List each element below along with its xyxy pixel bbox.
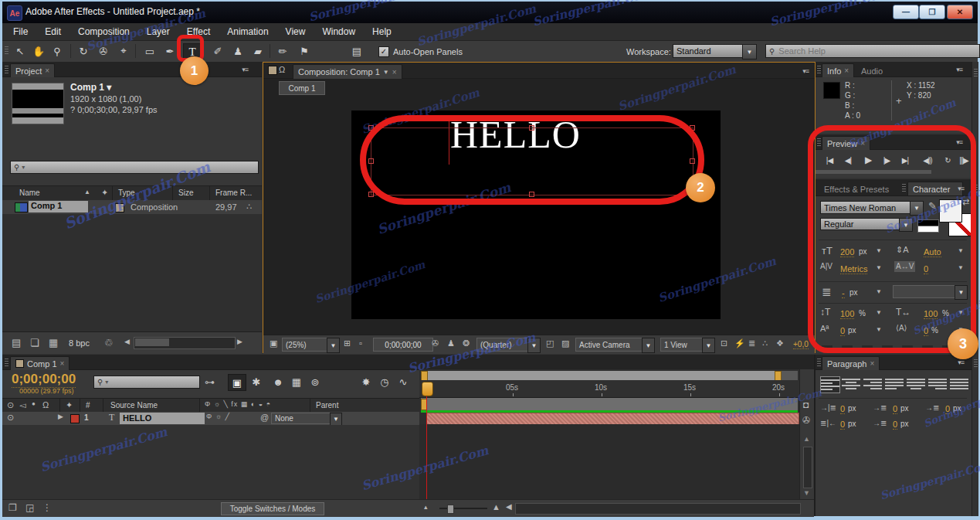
layer-duration-bar[interactable] — [426, 413, 799, 425]
menu-help[interactable]: Help — [372, 26, 392, 37]
tab-composition[interactable]: Composition: Comp 1 ▼ × — [293, 64, 402, 79]
show-channels-icon[interactable]: ❂ — [463, 339, 470, 348]
expand-layer-switches-icon[interactable]: ❐ — [8, 503, 17, 512]
tab-timeline-comp1[interactable]: Comp 1 × — [10, 356, 70, 370]
pan-behind-tool-icon[interactable]: ⌖ — [115, 43, 132, 59]
layer-color-chip[interactable] — [70, 414, 80, 423]
timeline-nav-bar[interactable] — [421, 371, 798, 380]
project-tab-close-icon[interactable]: × — [45, 66, 49, 75]
scroll-up-icon[interactable]: ▲ — [803, 436, 810, 443]
shy-layers-icon[interactable]: ☻ — [270, 374, 287, 389]
playhead-marker[interactable] — [422, 382, 433, 396]
brainstorm-icon[interactable]: ✸ — [358, 374, 375, 389]
zoom-tool-icon[interactable]: ⚲ — [49, 43, 66, 59]
live-update-icon[interactable]: ▣ — [228, 374, 246, 391]
menu-file[interactable]: File — [13, 26, 28, 37]
interpret-footage-icon[interactable]: ▤ — [12, 338, 21, 348]
solo-icon[interactable]: ● — [32, 401, 36, 407]
layer-switches-icons[interactable]: Φ ☼ ╱ — [206, 413, 230, 420]
view-layout-dropdown[interactable]: 1 View — [660, 338, 708, 352]
workspace-dropdown-arrow[interactable]: ▼ — [742, 44, 757, 59]
project-panel-menu-icon[interactable]: ▾≡ — [242, 66, 248, 73]
mask-visibility-icon[interactable]: ▫ — [359, 339, 362, 348]
camera-dropdown[interactable]: Active Camera — [575, 338, 648, 352]
align-left-icon[interactable] — [820, 376, 840, 393]
align-right-icon[interactable] — [863, 376, 882, 392]
brush-tool-icon[interactable]: ✐ — [209, 43, 226, 59]
panel-grip[interactable] — [817, 65, 821, 73]
paragraph-panel-menu-icon[interactable]: ▾≡ — [958, 359, 964, 366]
panel-list-icon[interactable]: ▤ — [348, 43, 365, 59]
magnification-dropdown[interactable]: (25%) — [282, 338, 333, 352]
panel-grip[interactable] — [5, 358, 8, 366]
timeline-vscrollbar[interactable] — [803, 447, 812, 488]
project-bpc-button[interactable]: 8 bpc — [69, 338, 90, 348]
scroll-right-icon[interactable]: ▶ — [237, 338, 242, 345]
justify-last-right-icon[interactable] — [928, 376, 947, 392]
layer-expand-icon[interactable]: ▶ — [58, 413, 63, 420]
justify-last-left-icon[interactable] — [885, 376, 904, 392]
eye-icon[interactable]: ⊙ — [7, 401, 14, 410]
motion-blur-icon[interactable]: ⊚ — [307, 374, 324, 389]
puppet-pin-tool-icon[interactable]: ⚑ — [296, 43, 313, 59]
menu-layer[interactable]: Layer — [147, 26, 170, 37]
tab-audio[interactable]: Audio — [856, 63, 888, 77]
paragraph-tab-close-icon[interactable]: × — [870, 359, 874, 368]
fast-previews-icon[interactable]: ⚡ — [734, 339, 745, 348]
scroll-left-icon[interactable]: ◀ — [124, 338, 130, 345]
lock-icon[interactable]: Ω — [42, 401, 49, 410]
comp-subtab[interactable]: Comp 1 — [279, 81, 325, 95]
work-area-bar[interactable] — [421, 398, 798, 410]
graph-editor-icon[interactable]: ∿ — [395, 374, 412, 389]
workspace-dropdown[interactable]: Standard — [673, 44, 748, 58]
exposure-value[interactable]: +0,0 — [793, 340, 809, 349]
hand-tool-icon[interactable]: ✋ — [30, 43, 47, 59]
hscroll-left-icon[interactable]: ◀ — [506, 503, 512, 511]
region-of-interest-icon[interactable]: ◰ — [546, 339, 554, 348]
sort-ascending-icon[interactable]: ▲ — [84, 189, 90, 195]
new-folder-icon[interactable]: ❏ — [30, 338, 39, 348]
comp-timecode[interactable]: 0;00;00;00 — [373, 338, 433, 352]
comp-panel-menu-icon[interactable]: ▾≡ — [802, 67, 809, 75]
magnification-arrow[interactable]: ▼ — [327, 338, 340, 353]
layer-eye-icon[interactable]: ⊙ — [7, 413, 14, 422]
column-source-name[interactable]: Source Name — [110, 401, 158, 410]
panel-grip[interactable] — [5, 65, 8, 73]
indent-right-value[interactable]: 0 — [840, 420, 845, 430]
show-snapshot-icon[interactable]: ♟ — [447, 339, 455, 348]
project-search-input[interactable]: ⚲ ▾ — [10, 161, 259, 174]
parent-pickwhip-icon[interactable]: @ — [260, 413, 269, 422]
time-ruler[interactable]: 0s 05s 10s 15s 20s — [419, 380, 799, 398]
comp-button-icon[interactable]: ✇ — [802, 416, 810, 425]
transparency-grid-icon[interactable]: ▨ — [561, 339, 569, 348]
timeline-search-input[interactable]: ⚲ ▾ — [93, 376, 200, 389]
close-button[interactable]: ✕ — [947, 5, 973, 19]
auto-open-panels-checkbox[interactable]: ✓ — [378, 46, 389, 57]
parent-dropdown-arrow[interactable]: ▼ — [330, 413, 342, 426]
column-type[interactable]: Type — [118, 189, 135, 197]
space-before-value[interactable]: 0 — [945, 404, 950, 414]
expand-inout-panes-icon[interactable]: ⋮ — [42, 503, 52, 512]
tab-project[interactable]: Project × — [10, 63, 55, 77]
maximize-button[interactable]: ❐ — [919, 5, 945, 19]
timeline-timecode[interactable]: 0;00;00;00 — [12, 372, 76, 388]
selection-tool-icon[interactable]: ↖ — [12, 43, 29, 59]
label-column-icon[interactable]: ✦ — [101, 189, 108, 197]
speaker-icon[interactable]: ◅ — [19, 401, 25, 410]
pen-tool-icon[interactable]: ✒ — [161, 43, 178, 59]
menu-window[interactable]: Window — [322, 26, 355, 37]
label-color-chip[interactable] — [115, 203, 124, 212]
comp-tab-dropdown-icon[interactable]: ▼ — [383, 69, 389, 76]
clone-stamp-tool-icon[interactable]: ♟ — [229, 43, 246, 59]
reset-exposure-icon[interactable]: ❖ — [776, 339, 784, 348]
draft3d-icon[interactable]: ✱ — [248, 374, 265, 389]
resolution-arrow[interactable]: ▼ — [527, 338, 541, 353]
comp-mini-flowchart-icon[interactable]: ⊶ — [205, 377, 215, 387]
justify-all-icon[interactable] — [950, 376, 968, 392]
new-composition-icon[interactable]: ▦ — [49, 338, 58, 348]
auto-keyframe-icon[interactable]: ◷ — [376, 374, 393, 389]
info-panel-menu-icon[interactable]: ▾≡ — [956, 66, 962, 73]
column-name[interactable]: Name — [19, 189, 40, 197]
parent-dropdown[interactable]: None — [271, 413, 336, 424]
column-parent[interactable]: Parent — [316, 401, 338, 410]
